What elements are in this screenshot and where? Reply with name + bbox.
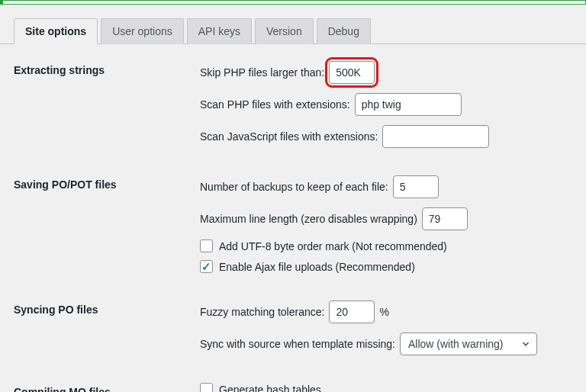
tab-user-options[interactable]: User options	[101, 18, 184, 44]
hash-label: Generate hash tables	[219, 384, 321, 393]
section-syncing: Syncing PO files Fuzzy matching toleranc…	[0, 300, 586, 355]
fuzzy-suffix: %	[379, 306, 388, 318]
scan-js-input[interactable]	[382, 125, 489, 148]
tabs-nav: Site options User options API keys Versi…	[0, 18, 586, 44]
fuzzy-input[interactable]	[329, 300, 375, 323]
linelen-label: Maximum line length (zero disables wrapp…	[200, 213, 417, 225]
fuzzy-label: Fuzzy matching tolerance:	[200, 306, 324, 318]
skip-php-label: Skip PHP files larger than:	[200, 66, 324, 79]
section-title-saving: Saving PO/POT files	[14, 175, 200, 191]
section-title-extracting: Extracting strings	[14, 61, 200, 76]
section-title-compiling: Compiling MO files	[14, 383, 200, 392]
scan-js-label: Scan JavaScript files with extensions:	[200, 130, 378, 143]
sync-missing-select[interactable]: Allow (with warning)	[400, 333, 537, 355]
scan-php-input[interactable]	[355, 93, 462, 116]
section-saving: Saving PO/POT files Number of backups to…	[0, 175, 586, 273]
ajax-label: Enable Ajax file uploads (Recommended)	[219, 261, 415, 273]
backups-input[interactable]	[393, 175, 439, 198]
bom-label: Add UTF-8 byte order mark (Not recommend…	[219, 240, 447, 252]
backups-label: Number of backups to keep of each file:	[200, 181, 388, 193]
section-title-syncing: Syncing PO files	[14, 300, 200, 316]
tab-api-keys[interactable]: API keys	[187, 18, 252, 44]
tab-debug[interactable]: Debug	[317, 18, 371, 44]
skip-php-input[interactable]	[329, 61, 375, 84]
section-compiling: Compiling MO files Generate hash tables	[0, 383, 586, 392]
linelen-input[interactable]	[422, 207, 468, 230]
sync-missing-value: Allow (with warning)	[408, 338, 503, 350]
chevron-down-icon	[520, 339, 531, 349]
sync-missing-label: Sync with source when template missing:	[200, 338, 395, 350]
tab-site-options[interactable]: Site options	[14, 18, 98, 44]
bom-checkbox[interactable]	[200, 239, 213, 252]
tab-version[interactable]: Version	[255, 18, 314, 44]
notice-bar	[0, 0, 586, 5]
ajax-checkbox[interactable]	[200, 260, 213, 273]
scan-php-label: Scan PHP files with extensions:	[200, 98, 350, 111]
section-extracting: Extracting strings Skip PHP files larger…	[0, 61, 586, 148]
hash-checkbox[interactable]	[200, 383, 213, 392]
